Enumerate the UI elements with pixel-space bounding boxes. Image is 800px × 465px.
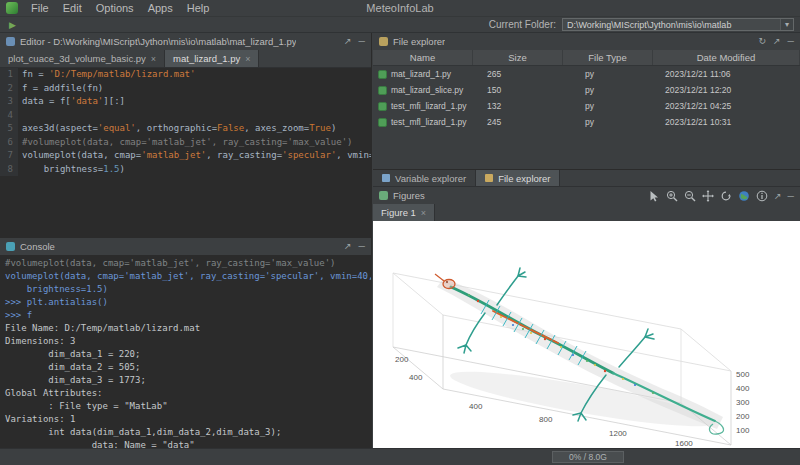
float-panel-icon[interactable]: ↗ <box>774 191 782 201</box>
code-line[interactable]: 1fn = 'D:/Temp/matlab/lizard.mat' <box>0 68 371 82</box>
console-output[interactable]: #volumeplot(data, cmap='matlab_jet', ray… <box>0 255 371 448</box>
menu-options[interactable]: Options <box>89 2 141 14</box>
y-tick: 400 <box>409 373 423 382</box>
menu-edit[interactable]: Edit <box>56 2 89 14</box>
tab-plot-cuace-3d-volume-basic[interactable]: plot_cuace_3d_volume_basic.py × <box>0 50 165 67</box>
python-file-icon <box>378 102 387 111</box>
x-tick: 400 <box>469 402 483 411</box>
column-header-date-modified[interactable]: Date Modified <box>653 50 800 65</box>
line-number: 3 <box>0 95 18 109</box>
chevron-down-icon[interactable]: ▾ <box>780 19 793 30</box>
tab-label: Variable explorer <box>395 173 466 184</box>
file-table-body: mat_lizard_1.py265py2023/12/21 11:06mat_… <box>373 66 800 169</box>
minimize-panel-icon[interactable]: ─ <box>359 242 365 251</box>
x-tick: 800 <box>539 415 553 424</box>
file-row[interactable]: mat_lizard_slice.py150py2023/12/21 12:20 <box>373 82 800 98</box>
console-line: volumeplot(data, cmap='matlab_jet', ray_… <box>5 270 366 283</box>
tab-mat-lizard-1[interactable]: mat_lizard_1.py × <box>165 50 259 67</box>
z-tick: 200 <box>736 412 750 421</box>
z-tick: 100 <box>736 426 750 435</box>
code-line[interactable]: 7volumeplot(data, cmap='matlab_jet', ray… <box>0 149 371 163</box>
console-line: >>> plt.antialias() <box>5 296 366 309</box>
console-line: dim_data_1 = 220; <box>5 348 366 361</box>
zoom-out-icon[interactable] <box>684 190 696 202</box>
variable-grid-icon <box>382 174 390 182</box>
figures-panel: Figures <box>373 187 800 448</box>
console-line: File Name: D:/Temp/matlab/lizard.mat <box>5 322 366 335</box>
editor-panel: Editor - D:\Working\MIScript\Jython\mis\… <box>0 33 372 238</box>
console-panel-header: Console ↗ ─ <box>0 238 371 255</box>
line-number: 1 <box>0 68 18 82</box>
pan-icon[interactable] <box>702 190 714 202</box>
tab-label: File explorer <box>498 173 550 184</box>
column-header-size[interactable]: Size <box>473 50 563 65</box>
meteoinfolab-window: MeteoInfoLab File Edit Options Apps Help… <box>0 0 800 465</box>
console-line: #volumeplot(data, cmap='matlab_jet', ray… <box>5 257 366 270</box>
minimize-panel-icon[interactable]: ─ <box>788 191 794 201</box>
tab-variable-explorer[interactable]: Variable explorer <box>373 170 476 186</box>
close-icon[interactable]: × <box>151 54 156 64</box>
status-bar: 0% / 8.0G <box>0 448 800 465</box>
code-line[interactable]: 5axes3d(aspect='equal', orthographic=Fal… <box>0 122 371 136</box>
float-panel-icon[interactable]: ↗ <box>773 37 781 46</box>
file-table-header: Name Size File Type Date Modified <box>373 50 800 66</box>
figure-canvas[interactable]: 400 800 1200 1600 200 400 500 400 300 20… <box>373 221 800 448</box>
close-icon[interactable]: × <box>245 54 250 64</box>
tab-figure-1[interactable]: Figure 1 × <box>373 204 435 221</box>
line-number: 6 <box>0 136 18 150</box>
menu-apps[interactable]: Apps <box>141 2 180 14</box>
run-script-icon[interactable]: ▶ <box>9 20 16 30</box>
editor-icon <box>6 37 15 46</box>
refresh-icon[interactable]: ↻ <box>759 37 767 46</box>
python-file-icon <box>378 86 387 95</box>
minimize-panel-icon[interactable]: ─ <box>359 37 365 46</box>
file-row[interactable]: mat_lizard_1.py265py2023/12/21 11:06 <box>373 66 800 82</box>
info-icon[interactable] <box>756 190 768 202</box>
menu-help[interactable]: Help <box>180 2 217 14</box>
code-line[interactable]: 3data = f['data'][:] <box>0 95 371 109</box>
menu-file[interactable]: File <box>24 2 56 14</box>
minimize-panel-icon[interactable]: ─ <box>788 37 794 46</box>
file-explorer-header: File explorer ↻ ↗ ─ <box>373 33 800 50</box>
float-panel-icon[interactable]: ↗ <box>344 242 352 251</box>
z-tick: 400 <box>736 384 750 393</box>
code-line[interactable]: 4 <box>0 109 371 123</box>
console-line: dim_data_3 = 1773; <box>5 374 366 387</box>
column-header-file-type[interactable]: File Type <box>563 50 653 65</box>
cursor-icon[interactable] <box>648 190 660 202</box>
line-number: 5 <box>0 122 18 136</box>
console-line: Global Attributes: <box>5 387 366 400</box>
globe-icon[interactable] <box>738 190 750 202</box>
figure-toolbar: ↗ ─ <box>648 190 794 202</box>
close-icon[interactable]: × <box>421 208 426 218</box>
figures-panel-title: Figures <box>393 190 425 201</box>
line-number: 8 <box>0 163 18 177</box>
column-header-name[interactable]: Name <box>373 50 473 65</box>
tab-label: plot_cuace_3d_volume_basic.py <box>8 53 146 64</box>
code-editor[interactable]: 1fn = 'D:/Temp/matlab/lizard.mat'2f = ad… <box>0 68 371 237</box>
volume-plot-3d: 400 800 1200 1600 200 400 500 400 300 20… <box>373 221 800 448</box>
editor-panel-title: Editor - D:\Working\MIScript\Jython\mis\… <box>20 36 296 47</box>
tab-file-explorer[interactable]: File explorer <box>476 170 560 186</box>
tab-label: Figure 1 <box>381 207 416 218</box>
file-explorer-panel: File explorer ↻ ↗ ─ Name Size File Type … <box>373 33 800 170</box>
float-panel-icon[interactable]: ↗ <box>344 37 352 46</box>
memory-indicator[interactable]: 0% / 8.0G <box>552 451 624 463</box>
console-line: dim_data_2 = 505; <box>5 361 366 374</box>
code-line[interactable]: 2f = addfile(fn) <box>0 82 371 96</box>
console-panel: Console ↗ ─ #volumeplot(data, cmap='matl… <box>0 238 372 448</box>
code-line[interactable]: 6#volumeplot(data, cmap='matlab_jet', ra… <box>0 136 371 150</box>
python-file-icon <box>378 118 387 127</box>
current-folder-combo[interactable]: D:\Working\MIScript\Jython\mis\io\matlab… <box>562 18 794 31</box>
python-file-icon <box>378 70 387 79</box>
file-row[interactable]: test_mfl_lizard_1.py245py2023/12/21 10:3… <box>373 114 800 130</box>
current-folder-label: Current Folder: <box>489 19 556 30</box>
x-tick: 1600 <box>675 439 693 448</box>
code-line[interactable]: 8 brightness=1.5) <box>0 163 371 177</box>
figure-tabbar: Figure 1 × <box>373 204 800 222</box>
file-row[interactable]: test_mfi_lizard_1.py132py2023/12/21 04:2… <box>373 98 800 114</box>
rotate-icon[interactable] <box>720 190 732 202</box>
folder-icon <box>379 37 388 46</box>
current-folder-group: Current Folder: D:\Working\MIScript\Jyth… <box>489 18 794 31</box>
zoom-in-icon[interactable] <box>666 190 678 202</box>
